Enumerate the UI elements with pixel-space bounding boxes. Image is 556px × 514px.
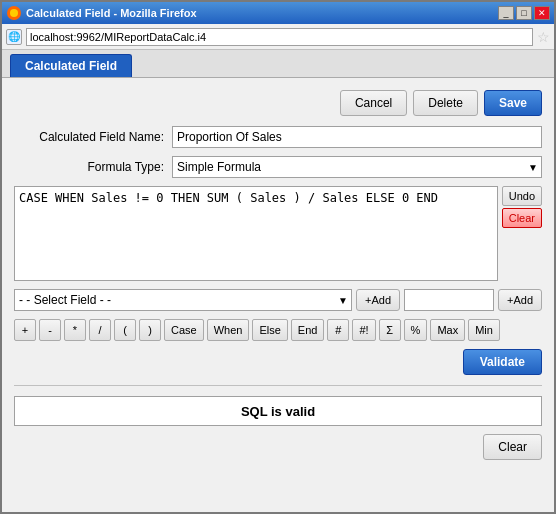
when-button[interactable]: When bbox=[207, 319, 250, 341]
validate-row: Validate bbox=[14, 349, 542, 375]
close-button[interactable]: ✕ bbox=[534, 6, 550, 20]
case-button[interactable]: Case bbox=[164, 319, 204, 341]
undo-button[interactable]: Undo bbox=[502, 186, 542, 206]
delete-button[interactable]: Delete bbox=[413, 90, 478, 116]
sigma-button[interactable]: Σ bbox=[379, 319, 401, 341]
add-field-button[interactable]: +Add bbox=[356, 289, 400, 311]
save-button[interactable]: Save bbox=[484, 90, 542, 116]
min-button[interactable]: Min bbox=[468, 319, 500, 341]
divide-button[interactable]: / bbox=[89, 319, 111, 341]
select-field-row: - - Select Field - - ▼ +Add +Add bbox=[14, 289, 542, 311]
sql-status-text: SQL is valid bbox=[241, 404, 315, 419]
window-controls: _ □ ✕ bbox=[498, 6, 550, 20]
multiply-button[interactable]: * bbox=[64, 319, 86, 341]
field-name-label: Calculated Field Name: bbox=[14, 130, 164, 144]
field-value-input[interactable] bbox=[404, 289, 494, 311]
bottom-row: Clear bbox=[14, 434, 542, 460]
title-bar: Calculated Field - Mozilla Firefox _ □ ✕ bbox=[2, 2, 554, 24]
formula-type-row: Formula Type: Simple Formula Advanced Fo… bbox=[14, 156, 542, 178]
formula-area: CASE WHEN Sales != 0 THEN SUM ( Sales ) … bbox=[14, 186, 542, 281]
window-title: Calculated Field - Mozilla Firefox bbox=[26, 7, 494, 19]
operator-row: + - * / ( ) Case When Else End # #! Σ % … bbox=[14, 319, 542, 341]
minimize-button[interactable]: _ bbox=[498, 6, 514, 20]
tab-bar: Calculated Field bbox=[2, 50, 554, 78]
formula-side-buttons: Undo Clear bbox=[502, 186, 542, 228]
address-input[interactable] bbox=[26, 28, 533, 46]
close-paren-button[interactable]: ) bbox=[139, 319, 161, 341]
formula-textarea[interactable]: CASE WHEN Sales != 0 THEN SUM ( Sales ) … bbox=[14, 186, 498, 281]
field-select[interactable]: - - Select Field - - bbox=[14, 289, 352, 311]
hash-excl-button[interactable]: #! bbox=[352, 319, 375, 341]
cancel-button[interactable]: Cancel bbox=[340, 90, 407, 116]
add-value-button[interactable]: +Add bbox=[498, 289, 542, 311]
plus-button[interactable]: + bbox=[14, 319, 36, 341]
field-name-row: Calculated Field Name: bbox=[14, 126, 542, 148]
clear-side-button[interactable]: Clear bbox=[502, 208, 542, 228]
content-area: Cancel Delete Save Calculated Field Name… bbox=[2, 78, 554, 512]
minus-button[interactable]: - bbox=[39, 319, 61, 341]
field-select-wrapper: - - Select Field - - ▼ bbox=[14, 289, 352, 311]
percent-button[interactable]: % bbox=[404, 319, 428, 341]
hash-button[interactable]: # bbox=[327, 319, 349, 341]
clear-bottom-button[interactable]: Clear bbox=[483, 434, 542, 460]
main-window: Calculated Field - Mozilla Firefox _ □ ✕… bbox=[0, 0, 556, 514]
else-button[interactable]: Else bbox=[252, 319, 287, 341]
sql-status-bar: SQL is valid bbox=[14, 396, 542, 426]
maximize-button[interactable]: □ bbox=[516, 6, 532, 20]
end-button[interactable]: End bbox=[291, 319, 325, 341]
address-bar: 🌐 ☆ bbox=[2, 24, 554, 50]
divider bbox=[14, 385, 542, 386]
bookmark-icon[interactable]: ☆ bbox=[537, 29, 550, 45]
page-icon: 🌐 bbox=[6, 29, 22, 45]
field-name-input[interactable] bbox=[172, 126, 542, 148]
toolbar-row: Cancel Delete Save bbox=[14, 88, 542, 118]
svg-point-1 bbox=[10, 9, 18, 17]
calculated-field-tab[interactable]: Calculated Field bbox=[10, 54, 132, 77]
formula-type-wrapper: Simple Formula Advanced Formula ▼ bbox=[172, 156, 542, 178]
open-paren-button[interactable]: ( bbox=[114, 319, 136, 341]
max-button[interactable]: Max bbox=[430, 319, 465, 341]
validate-button[interactable]: Validate bbox=[463, 349, 542, 375]
firefox-icon bbox=[6, 5, 22, 21]
formula-type-label: Formula Type: bbox=[14, 160, 164, 174]
formula-type-select[interactable]: Simple Formula Advanced Formula bbox=[172, 156, 542, 178]
